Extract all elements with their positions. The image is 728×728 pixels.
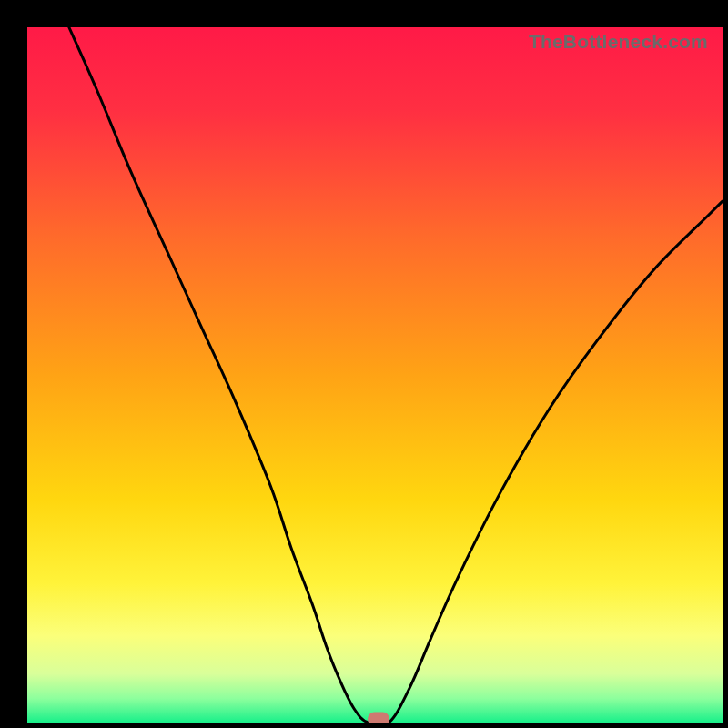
plot-area: TheBottleneck.com <box>27 27 723 723</box>
chart-frame: TheBottleneck.com <box>11 11 717 717</box>
watermark-text: TheBottleneck.com <box>529 31 708 53</box>
optimal-marker <box>368 713 389 723</box>
bottleneck-curve <box>27 27 723 723</box>
